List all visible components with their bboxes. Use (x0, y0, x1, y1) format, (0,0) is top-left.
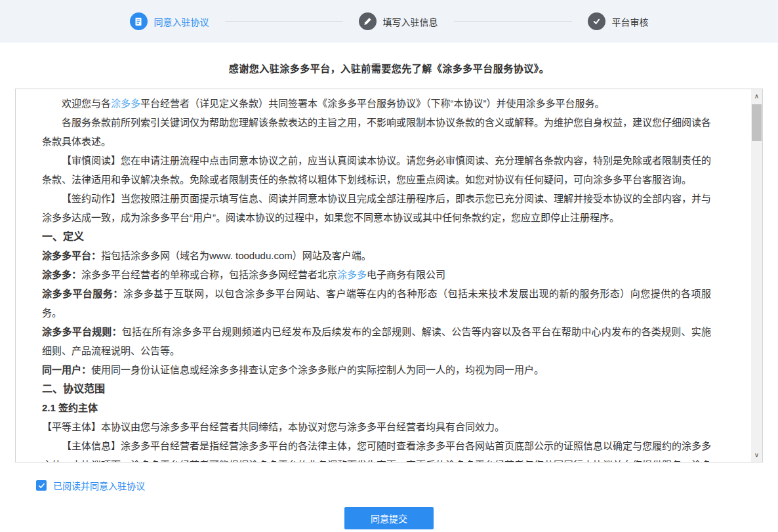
step-label: 填写入驻信息 (383, 15, 438, 28)
stepper-bar: 同意入驻协议 填写入驻信息 平台审核 (0, 0, 778, 43)
agreement-paragraph: 【签约动作】当您按照注册页面提示填写信息、阅读并同意本协议且完成全部注册程序后，… (42, 189, 711, 227)
agreement-paragraph: 【主体信息】涂多多平台经营者是指经营涂多多平台的各法律主体，您可随时查看涂多多平… (42, 436, 711, 462)
step-label: 平台审核 (612, 15, 649, 28)
agreement-paragraph: 涂多多：涂多多平台经营者的单称或合称，包括涂多多网经营者北京涂多多电子商务有限公… (42, 265, 711, 284)
pencil-icon (359, 12, 377, 30)
agreement-text: 欢迎您与各涂多多平台经营者（详见定义条款）共同签署本《涂多多平台服务协议》（下称… (16, 89, 762, 462)
agreement-paragraph: 涂多多平台服务：涂多多基于互联网，以包含涂多多平台网站、客户端等在内的各种形态（… (42, 284, 711, 322)
agreement-paragraph: 【审慎阅读】您在申请注册流程中点击同意本协议之前，应当认真阅读本协议。请您务必审… (42, 151, 711, 189)
step-platform-review: 平台审核 (588, 12, 649, 30)
stepper-connector (454, 21, 572, 22)
submit-button[interactable]: 同意提交 (344, 507, 434, 529)
inline-link[interactable]: 涂多多 (111, 98, 140, 109)
submit-row: 同意提交 (0, 507, 778, 529)
agreement-paragraph: 各服务条款前所列索引关键词仅为帮助您理解该条款表达的主旨之用，不影响或限制本协议… (42, 113, 711, 151)
agreement-paragraph: 涂多多平台：指包括涂多多网（域名为www. toodudu.com）网站及客户端… (42, 246, 711, 265)
agreement-panel: 欢迎您与各涂多多平台经营者（详见定义条款）共同签署本《涂多多平台服务协议》（下称… (15, 89, 763, 462)
inline-link[interactable]: 涂多多 (337, 269, 367, 280)
onboarding-page: 同意入驻协议 填写入驻信息 平台审核 感谢您入驻涂多多平台，入驻前需要您先了解《… (0, 0, 778, 532)
agreement-heading: 二、协议范围 (42, 379, 711, 398)
agreement-paragraph: 同一用户：使用同一身份认证信息或经涂多多排查认定多个涂多多账户的实际控制人为同一… (42, 360, 711, 379)
document-icon (130, 12, 148, 30)
agreement-heading: 一、定义 (42, 227, 711, 246)
check-icon (588, 12, 605, 30)
stepper-connector (225, 21, 343, 22)
scroll-down-icon[interactable]: ∨ (751, 449, 762, 460)
agreement-paragraph: 【平等主体】本协议由您与涂多多平台经营者共同缔结，本协议对您与涂多多平台经营者均… (42, 417, 711, 436)
agreement-scrollbar[interactable]: ∧ ∨ (751, 89, 762, 462)
agree-checkbox-label[interactable]: 已阅读并同意入驻协议 (53, 479, 145, 492)
checked-checkbox-icon[interactable] (36, 480, 47, 491)
step-agree-agreement: 同意入驻协议 (130, 12, 209, 30)
scrollbar-thumb[interactable] (752, 104, 762, 141)
step-fill-info: 填写入驻信息 (359, 12, 438, 30)
agree-checkbox-row[interactable]: 已阅读并同意入驻协议 (36, 479, 145, 492)
scroll-up-icon[interactable]: ∧ (751, 91, 762, 102)
welcome-notice: 感谢您入驻涂多多平台，入驻前需要您先了解《涂多多平台服务协议》。 (0, 61, 778, 75)
agreement-paragraph: 欢迎您与各涂多多平台经营者（详见定义条款）共同签署本《涂多多平台服务协议》（下称… (42, 94, 711, 113)
agreement-heading: 2.1 签约主体 (42, 398, 711, 417)
agreement-paragraph: 涂多多平台规则：包括在所有涂多多平台规则频道内已经发布及后续发布的全部规则、解读… (42, 322, 711, 360)
step-label: 同意入驻协议 (154, 15, 209, 28)
